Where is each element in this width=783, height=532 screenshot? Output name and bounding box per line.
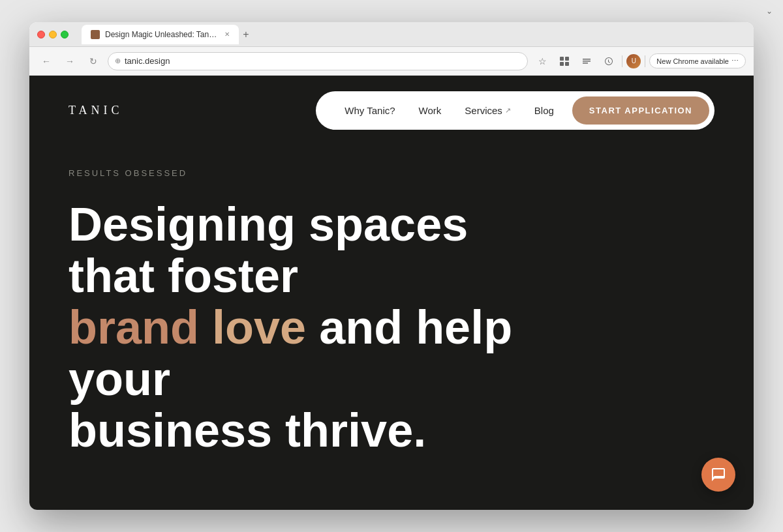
cta-button[interactable]: START APPLICATION: [572, 96, 709, 125]
chat-icon: [711, 467, 726, 482]
new-chrome-button[interactable]: New Chrome available ⋯: [649, 53, 746, 68]
url-text: tanic.design: [125, 56, 170, 66]
nav-item-services[interactable]: Services ↗: [454, 100, 521, 121]
nav-item-blog[interactable]: Blog: [524, 100, 564, 121]
address-bar[interactable]: ⊕ tanic.design: [108, 52, 528, 70]
browser-toolbar: ← → ↻ ⊕ tanic.design ☆: [29, 47, 754, 76]
new-tab-button[interactable]: +: [243, 29, 249, 40]
new-chrome-chevron: ⋯: [731, 57, 739, 65]
browser-titlebar: Design Magic Unleashed: Tan… ✕ + ⌄: [29, 22, 754, 47]
secure-icon: ⊕: [115, 57, 121, 65]
back-button[interactable]: ←: [37, 52, 55, 70]
hero-accent2: love: [212, 301, 306, 353]
svg-rect-1: [565, 57, 569, 61]
nav-item-why-tanic[interactable]: Why Tanic?: [334, 100, 405, 121]
close-button[interactable]: [37, 31, 45, 38]
reload-button[interactable]: ↻: [84, 52, 102, 70]
hero-line1: Designing spaces that foster: [69, 198, 468, 302]
extension-icon2[interactable]: [577, 52, 596, 70]
hero-line3: business thrive.: [69, 404, 426, 456]
svg-rect-2: [560, 62, 564, 66]
toolbar-divider: [622, 55, 622, 67]
tab-close-button[interactable]: ✕: [224, 31, 230, 38]
toolbar-divider2: [645, 55, 645, 67]
site-logo[interactable]: TANIC: [69, 104, 123, 117]
extension-icon3[interactable]: [600, 52, 618, 70]
svg-rect-0: [560, 57, 564, 61]
site-nav: TANIC Why Tanic? Work Services ↗ Blog ST…: [29, 76, 754, 145]
profile-avatar[interactable]: U: [626, 54, 641, 68]
forward-button[interactable]: →: [61, 52, 79, 70]
svg-rect-3: [565, 62, 569, 66]
traffic-lights: [37, 31, 69, 38]
active-tab[interactable]: Design Magic Unleashed: Tan… ✕: [82, 25, 239, 44]
tab-favicon: [91, 30, 100, 39]
toolbar-right: ☆ U: [533, 52, 746, 70]
website-content: TANIC Why Tanic? Work Services ↗ Blog ST…: [29, 76, 754, 510]
tab-bar: Design Magic Unleashed: Tan… ✕ +: [82, 25, 746, 44]
browser-window: Design Magic Unleashed: Tan… ✕ + ⌄ ← → ↻…: [29, 22, 754, 510]
extension-icon1[interactable]: [555, 52, 574, 70]
hero-heading: Designing spaces that foster brand love …: [69, 199, 525, 457]
chat-button[interactable]: [701, 458, 735, 492]
services-chevron-icon: ↗: [505, 106, 511, 115]
tab-title: Design Magic Unleashed: Tan…: [105, 30, 217, 39]
hero-eyebrow: RESULTS OBSESSED: [69, 168, 714, 178]
nav-menu: Why Tanic? Work Services ↗ Blog START AP…: [316, 91, 714, 130]
maximize-button[interactable]: [61, 31, 69, 38]
minimize-button[interactable]: [49, 31, 57, 38]
bookmark-icon[interactable]: ☆: [533, 52, 551, 70]
hero-accent1: brand: [69, 301, 199, 353]
nav-item-work[interactable]: Work: [408, 100, 452, 121]
new-chrome-label: New Chrome available: [656, 57, 729, 65]
